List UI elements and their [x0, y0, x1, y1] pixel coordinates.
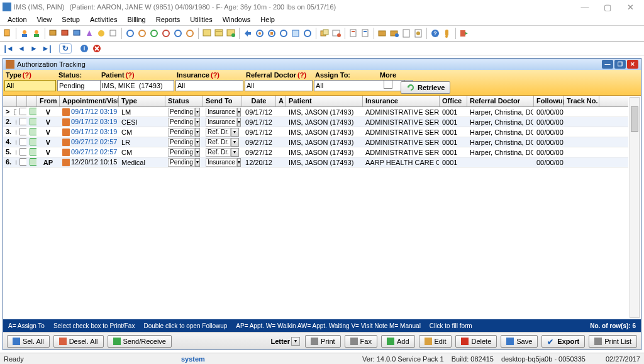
cell-status[interactable]: Pending▾: [165, 108, 203, 117]
col-a[interactable]: A: [276, 96, 286, 106]
toolbar-icon-2[interactable]: [19, 28, 30, 38]
nav-info-icon[interactable]: i: [79, 43, 89, 54]
table-row[interactable]: 2. V09/17/12 03:19 PMCESIPending▾Insuran…: [3, 117, 628, 127]
form-icon[interactable]: [27, 138, 37, 147]
col-type[interactable]: Type: [119, 96, 165, 106]
menu-help[interactable]: Help: [257, 16, 279, 23]
toolbar-icon-27[interactable]: [348, 28, 358, 38]
close-button[interactable]: ✕: [619, 1, 641, 13]
retrieve-button[interactable]: Retrieve: [401, 81, 450, 94]
help-icon[interactable]: (?): [23, 71, 31, 79]
print-button[interactable]: Print: [305, 335, 341, 348]
col-sendto[interactable]: Send To: [203, 96, 242, 106]
menu-activities[interactable]: Activities: [86, 16, 121, 23]
col-insurance[interactable]: Insurance: [363, 96, 440, 106]
form-icon[interactable]: [27, 108, 37, 117]
col-from[interactable]: From: [37, 96, 60, 106]
toolbar-icon-14[interactable]: [173, 28, 183, 38]
menu-action[interactable]: Action: [4, 16, 31, 23]
toolbar-icon-29[interactable]: [377, 28, 387, 38]
cell-appointment[interactable]: 09/17/12 03:19 PM: [60, 118, 119, 126]
help-icon[interactable]: (?): [211, 71, 219, 79]
toolbar-icon-21[interactable]: [267, 28, 277, 38]
save-button[interactable]: Save: [501, 335, 538, 348]
menu-reports[interactable]: Reports: [152, 16, 184, 23]
toolbar-icon-32[interactable]: [413, 28, 423, 38]
nav-cancel-icon[interactable]: [92, 43, 102, 54]
toolbar-icon-15[interactable]: [185, 28, 195, 38]
nav-refresh-icon[interactable]: ↻: [59, 43, 72, 54]
toolbar-icon-10[interactable]: [125, 28, 135, 38]
toolbar-icon-35[interactable]: [459, 28, 469, 38]
edit-button[interactable]: Edit: [419, 335, 452, 348]
col-followup[interactable]: Followup: [534, 96, 564, 106]
toolbar-icon-22[interactable]: [279, 28, 289, 38]
cell-status[interactable]: Pending▾: [165, 118, 203, 127]
col-patient[interactable]: Patient: [286, 96, 363, 106]
form-icon[interactable]: [27, 118, 37, 127]
cell-appointment[interactable]: 09/27/12 02:57 PM: [60, 138, 119, 146]
toolbar-icon-11[interactable]: [137, 28, 147, 38]
select-all-button[interactable]: Sel. All: [7, 335, 50, 348]
cell-sendto[interactable]: Ref. Dr.▾: [203, 138, 242, 147]
delete-button[interactable]: Delete: [455, 335, 497, 348]
note-icon[interactable]: [17, 158, 27, 167]
toolbar-icon-7[interactable]: [84, 28, 94, 38]
send-receive-button[interactable]: Send/Receive: [108, 335, 172, 348]
nav-prev-icon[interactable]: ◄: [16, 43, 26, 54]
cell-status[interactable]: Pending▾: [165, 128, 203, 137]
cell-sendto[interactable]: Insurance▾: [203, 158, 242, 167]
nav-next-icon[interactable]: ►: [29, 43, 39, 54]
toolbar-icon-33[interactable]: ?: [430, 28, 440, 38]
note-icon[interactable]: [17, 118, 27, 127]
toolbar-icon-23[interactable]: [291, 28, 301, 38]
cell-sendto[interactable]: Insurance▾: [203, 118, 242, 127]
toolbar-icon-24[interactable]: [303, 28, 313, 38]
col-status[interactable]: Status: [165, 96, 203, 106]
toolbar-icon-18[interactable]: [226, 28, 236, 38]
note-icon[interactable]: [17, 138, 27, 147]
toolbar-icon-9[interactable]: [108, 28, 118, 38]
toolbar-icon-8[interactable]: [96, 28, 106, 38]
toolbar-icon-3[interactable]: [31, 28, 42, 38]
col-date[interactable]: Date: [242, 96, 276, 106]
toolbar-icon-20[interactable]: [255, 28, 265, 38]
table-row[interactable]: 5. V09/27/12 02:57 PMCMPending▾Ref. Dr.▾…: [3, 147, 628, 157]
print-list-button[interactable]: Print List: [589, 335, 637, 348]
cell-appointment[interactable]: 09/17/12 03:19 PM: [60, 128, 119, 136]
menu-billing[interactable]: Billing: [123, 16, 149, 23]
toolbar-icon-13[interactable]: [161, 28, 171, 38]
toolbar-icon-28[interactable]: [360, 28, 370, 38]
col-refdoc[interactable]: Referral Doctor: [467, 96, 534, 106]
deselect-all-button[interactable]: Desel. All: [53, 335, 104, 348]
help-icon[interactable]: (?): [297, 71, 306, 79]
nav-first-icon[interactable]: |◄: [4, 43, 14, 54]
fax-button[interactable]: Fax: [345, 335, 377, 348]
menu-setup[interactable]: Setup: [58, 16, 84, 23]
vertical-scrollbar[interactable]: [630, 97, 640, 318]
minimize-button[interactable]: ―: [574, 1, 596, 13]
cell-sendto[interactable]: Ref. Dr.▾: [203, 128, 242, 137]
toolbar-icon-26[interactable]: [331, 28, 341, 38]
cell-appointment[interactable]: 09/17/12 03:19 PM: [60, 108, 119, 116]
inner-close-button[interactable]: ✕: [627, 60, 638, 69]
col-trackno[interactable]: Track No.: [564, 96, 599, 106]
toolbar-icon-34[interactable]: [442, 28, 452, 38]
cell-status[interactable]: Pending▾: [165, 158, 203, 167]
inner-minimize-button[interactable]: —: [602, 60, 613, 69]
table-row[interactable]: 4. V09/27/12 02:57 PMLRPending▾Ref. Dr.▾…: [3, 137, 628, 147]
export-button[interactable]: ✔Export: [541, 335, 585, 348]
form-icon[interactable]: [27, 158, 37, 167]
menu-view[interactable]: View: [33, 16, 56, 23]
menu-utilities[interactable]: Utilities: [186, 16, 216, 23]
help-icon[interactable]: (?): [126, 71, 135, 79]
col-appointment[interactable]: Appointment/Visit: [60, 96, 119, 106]
form-icon[interactable]: [27, 148, 37, 157]
toolbar-icon-6[interactable]: [72, 28, 82, 38]
cell-sendto[interactable]: Ref. Dr.▾: [203, 148, 242, 157]
toolbar-icon-31[interactable]: [401, 28, 411, 38]
filter-insurance-input[interactable]: [175, 80, 243, 91]
cell-status[interactable]: Pending▾: [165, 148, 203, 157]
col-office[interactable]: Office: [440, 96, 467, 106]
filter-type-input[interactable]: [4, 80, 56, 91]
